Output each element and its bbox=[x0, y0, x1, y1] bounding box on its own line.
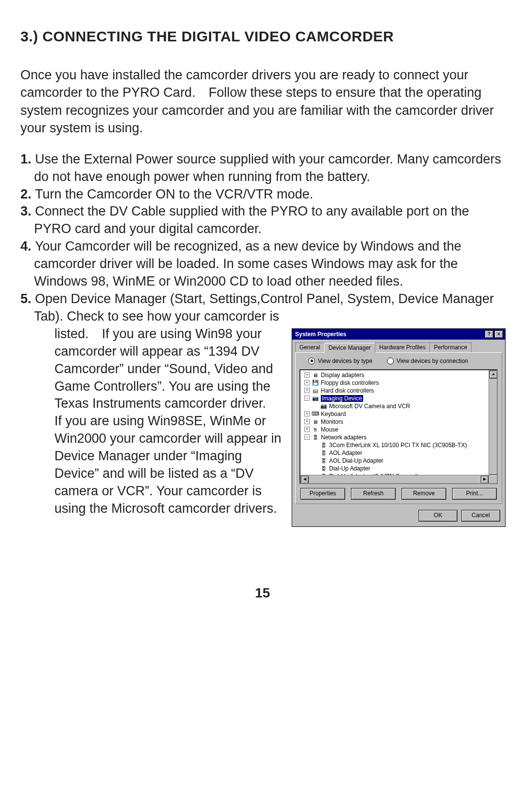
nic-icon: 🎛 bbox=[320, 465, 327, 471]
radio-by-conn-label: View devices by connection bbox=[397, 358, 468, 364]
monitor-icon: 🖥 bbox=[312, 418, 319, 425]
ok-button[interactable]: OK bbox=[419, 510, 457, 522]
imaging-icon: 📷 bbox=[312, 395, 319, 401]
step-1: 1. Use the External Power source supplie… bbox=[20, 151, 505, 186]
page-number: 15 bbox=[20, 585, 505, 601]
intro-paragraph: Once you have installed the camcorder dr… bbox=[20, 66, 505, 137]
tab-performance[interactable]: Performance bbox=[429, 343, 472, 352]
step-4-text: Your Camcorder will be recognized, as a … bbox=[34, 239, 461, 289]
step-2: 2. Turn the Camcorder ON to the VCR/VTR … bbox=[20, 186, 505, 203]
radio-by-type-label: View devices by type bbox=[318, 358, 372, 364]
refresh-button[interactable]: Refresh bbox=[351, 488, 396, 500]
network-icon: 🎛 bbox=[312, 434, 319, 440]
floppy-icon: 💾 bbox=[312, 379, 319, 386]
close-icon[interactable]: × bbox=[494, 330, 503, 338]
nic-icon: 🎛 bbox=[320, 442, 327, 448]
step-3: 3. Connect the DV Cable supplied with th… bbox=[20, 203, 505, 238]
tree-item[interactable]: Hard disk controllers bbox=[321, 387, 374, 394]
scroll-left-icon[interactable]: ◀ bbox=[301, 476, 309, 484]
cancel-button[interactable]: Cancel bbox=[461, 510, 500, 522]
expand-icon[interactable]: + bbox=[304, 427, 310, 432]
tree-item[interactable]: Dial-Up Adapter bbox=[329, 465, 370, 472]
tree-item[interactable]: Floppy disk controllers bbox=[321, 379, 379, 386]
collapse-icon[interactable]: − bbox=[304, 434, 310, 440]
vertical-scrollbar[interactable]: ▲ ▼ bbox=[489, 370, 497, 483]
scroll-corner bbox=[489, 475, 497, 483]
system-properties-dialog: System Properties ? × General Device Man… bbox=[292, 328, 505, 527]
remove-button[interactable]: Remove bbox=[402, 488, 446, 500]
expand-icon[interactable]: + bbox=[304, 388, 310, 393]
tree-item-selected[interactable]: Imaging Device bbox=[321, 395, 363, 402]
radio-view-by-type[interactable]: View devices by type bbox=[308, 358, 372, 364]
tree-item[interactable]: Network adapters bbox=[321, 434, 367, 441]
camera-icon: 📷 bbox=[320, 403, 327, 409]
tree-item[interactable]: Keyboard bbox=[321, 411, 346, 417]
step-4: 4. Your Camcorder will be recognized, as… bbox=[20, 238, 505, 290]
hdd-icon: 🖴 bbox=[312, 387, 319, 394]
tab-general[interactable]: General bbox=[295, 343, 325, 352]
dialog-titlebar[interactable]: System Properties ? × bbox=[292, 329, 505, 340]
keyboard-icon: ⌨ bbox=[312, 411, 319, 417]
radio-dot-icon bbox=[308, 358, 315, 364]
section-heading: 3.) CONNECTING THE DIGITAL VIDEO CAMCORD… bbox=[20, 28, 505, 45]
tree-item[interactable]: 3Com EtherLink XL 10/100 PCI TX NIC (3C9… bbox=[329, 442, 467, 449]
dialog-title: System Properties bbox=[295, 331, 346, 338]
properties-button[interactable]: Properties bbox=[300, 488, 345, 500]
nic-icon: 🎛 bbox=[320, 450, 327, 456]
horizontal-scrollbar[interactable]: ◀ ▶ bbox=[300, 475, 489, 483]
tree-item[interactable]: Mouse bbox=[321, 426, 338, 433]
collapse-icon[interactable]: − bbox=[304, 396, 310, 401]
step-2-text: Turn the Camcorder ON to the VCR/VTR mod… bbox=[35, 187, 313, 201]
tree-item[interactable]: AOL Adapter bbox=[329, 450, 362, 456]
radio-dot-icon bbox=[387, 358, 394, 364]
scroll-up-icon[interactable]: ▲ bbox=[490, 371, 497, 379]
scroll-right-icon[interactable]: ▶ bbox=[481, 476, 489, 484]
step-1-text: Use the External Power source supplied w… bbox=[34, 152, 501, 184]
help-icon[interactable]: ? bbox=[485, 330, 493, 338]
expand-icon[interactable]: + bbox=[304, 411, 310, 416]
print-button[interactable]: Print... bbox=[452, 488, 497, 500]
mouse-icon: 🖱 bbox=[312, 426, 319, 433]
tree-item[interactable]: AOL Dial-Up Adapter bbox=[329, 457, 384, 464]
tree-item[interactable]: Microsoft DV Camera and VCR bbox=[329, 403, 410, 410]
tree-item[interactable]: Monitors bbox=[321, 418, 343, 425]
step-3-text: Connect the DV Cable supplied with the P… bbox=[34, 204, 469, 236]
tab-device-manager[interactable]: Device Manager bbox=[324, 343, 375, 353]
nic-icon: 🎛 bbox=[320, 457, 327, 464]
expand-icon[interactable]: + bbox=[304, 372, 310, 378]
step-5-text-a: Open Device Manager (Start, Settings,Con… bbox=[34, 291, 494, 324]
step-5: 5. Open Device Manager (Start, Settings,… bbox=[20, 290, 505, 325]
display-adapter-icon: 🖥 bbox=[312, 372, 319, 378]
expand-icon[interactable]: + bbox=[304, 419, 310, 424]
tab-hardware-profiles[interactable]: Hardware Profiles bbox=[375, 343, 430, 352]
tree-item[interactable]: Display adapters bbox=[321, 372, 364, 379]
expand-icon[interactable]: + bbox=[304, 380, 310, 385]
device-tree[interactable]: +🖥Display adapters +💾Floppy disk control… bbox=[299, 369, 498, 484]
radio-view-by-connection[interactable]: View devices by connection bbox=[387, 358, 468, 364]
